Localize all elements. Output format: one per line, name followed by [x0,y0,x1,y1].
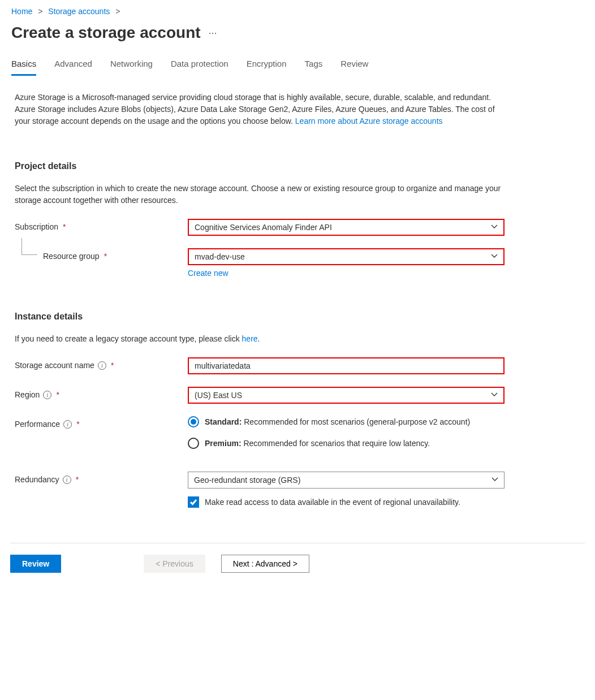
redundancy-label: Redundancy [15,475,59,484]
radio-premium-text: Premium: Recommended for scenarios that … [205,439,430,448]
breadcrumb-storage-accounts[interactable]: Storage accounts [48,7,110,16]
previous-button: < Previous [144,555,205,573]
required-icon: * [111,361,114,370]
row-resource-group: Resource group * mvad-dev-use Create new [15,248,506,278]
info-icon[interactable]: i [43,391,51,399]
required-icon: * [76,420,79,429]
chevron-right-icon: > [115,7,120,16]
storage-name-label: Storage account name [15,361,94,370]
tab-networking[interactable]: Networking [110,55,153,76]
legacy-here-link[interactable]: here [242,334,258,343]
read-access-label: Make read access to data available in th… [205,498,460,507]
redundancy-value: Geo-redundant storage (GRS) [194,476,300,485]
info-icon[interactable]: i [98,361,106,370]
row-region: Region i * (US) East US [15,387,506,404]
tab-tags[interactable]: Tags [305,55,323,76]
required-icon: * [63,222,66,231]
row-storage-name: Storage account name i * [15,357,506,374]
radio-icon-unchecked [188,438,199,449]
info-icon[interactable]: i [63,420,72,429]
instance-details-header: Instance details [15,312,506,322]
row-subscription: Subscription * Cognitive Services Anomal… [15,219,506,236]
review-button[interactable]: Review [10,555,61,573]
learn-more-link[interactable]: Learn more about Azure storage accounts [295,116,443,126]
radio-icon-checked [188,416,199,427]
chevron-down-icon [491,391,498,400]
subscription-label: Subscription [15,222,58,231]
tab-basics[interactable]: Basics [11,55,36,76]
section-project-details: Project details Select the subscription … [15,161,506,278]
page-title: Create a storage account [11,24,201,42]
read-access-checkbox-row[interactable]: Make read access to data available in th… [188,496,506,508]
project-details-header: Project details [15,161,506,171]
row-redundancy: Redundancy i * Geo-redundant storage (GR… [15,472,506,508]
tab-encryption[interactable]: Encryption [247,55,287,76]
footer: Review < Previous Next : Advanced > [0,543,595,595]
chevron-down-icon [491,223,498,232]
breadcrumb-home[interactable]: Home [11,7,32,16]
tab-advanced[interactable]: Advanced [54,55,92,76]
nav-buttons: < Previous Next : Advanced > [144,555,309,573]
content: Azure Storage is a Microsoft-managed ser… [0,76,520,543]
tabs: Basics Advanced Networking Data protecti… [0,55,595,76]
info-icon[interactable]: i [63,476,71,484]
tab-data-protection[interactable]: Data protection [171,55,228,76]
checkbox-checked-icon [188,496,199,508]
project-details-desc: Select the subscription in which to crea… [15,183,506,206]
row-performance: Performance i * Standard: Recommended fo… [15,416,506,459]
resource-group-value: mvad-dev-use [195,252,245,261]
page-title-row: Create a storage account ··· [0,18,595,55]
tree-line-icon [21,238,37,255]
next-button[interactable]: Next : Advanced > [221,555,309,573]
required-icon: * [104,252,107,261]
section-instance-details: Instance details If you need to create a… [15,312,506,508]
resource-group-label: Resource group [43,252,100,261]
region-label: Region [15,390,40,399]
required-icon: * [56,390,59,399]
chevron-down-icon [491,252,498,261]
radio-standard-text: Standard: Recommended for most scenarios… [205,417,470,426]
redundancy-select[interactable]: Geo-redundant storage (GRS) [188,472,505,489]
resource-group-select[interactable]: mvad-dev-use [188,248,505,265]
instance-desc-prefix: If you need to create a legacy storage a… [15,334,242,343]
radio-standard[interactable]: Standard: Recommended for most scenarios… [188,416,506,427]
tab-review[interactable]: Review [340,55,368,76]
more-options-icon[interactable]: ··· [209,27,217,39]
performance-label: Performance [15,420,60,429]
subscription-value: Cognitive Services Anomaly Finder API [195,223,332,232]
chevron-down-icon [491,476,498,485]
subscription-select[interactable]: Cognitive Services Anomaly Finder API [188,219,505,236]
region-select[interactable]: (US) East US [188,387,505,404]
instance-details-desc: If you need to create a legacy storage a… [15,333,506,345]
chevron-right-icon: > [38,7,42,16]
radio-premium[interactable]: Premium: Recommended for scenarios that … [188,438,506,449]
intro-text: Azure Storage is a Microsoft-managed ser… [15,92,506,127]
storage-name-input[interactable] [188,357,505,374]
region-value: (US) East US [195,391,242,400]
instance-desc-suffix: . [258,334,260,343]
required-icon: * [76,475,79,484]
breadcrumb: Home > Storage accounts > [0,0,595,18]
create-new-rg-link[interactable]: Create new [188,269,228,278]
